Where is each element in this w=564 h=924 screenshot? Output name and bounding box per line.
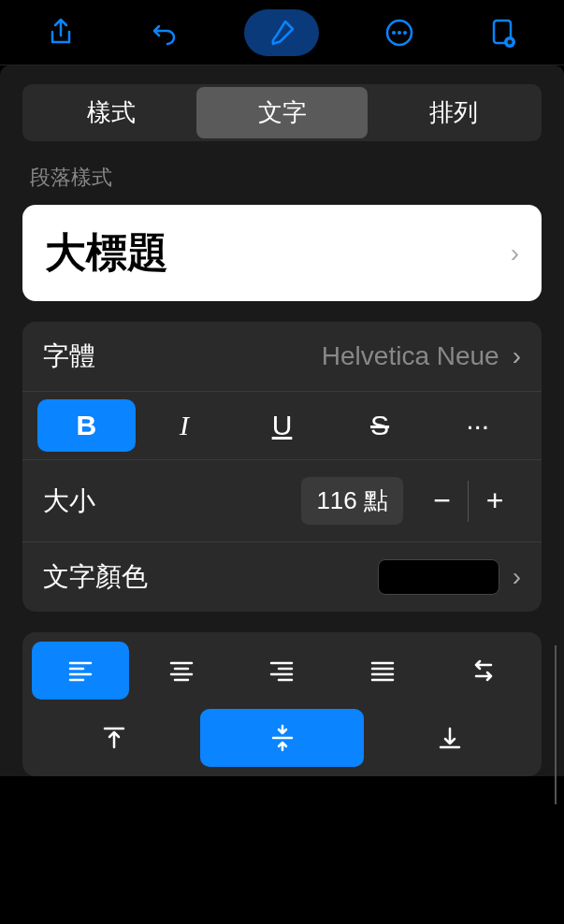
align-right-button[interactable] (234, 642, 331, 700)
more-icon (384, 18, 414, 48)
align-top-icon (99, 723, 129, 753)
font-group: 字體 Helvetica Neue › B I U S ··· 大小 116 點… (22, 322, 542, 612)
align-bottom-icon (435, 723, 465, 753)
document-button[interactable] (480, 9, 527, 56)
vertical-align-row (32, 709, 532, 767)
format-button[interactable] (244, 9, 319, 56)
undo-icon (150, 18, 180, 48)
align-middle-icon (268, 723, 297, 753)
size-value[interactable]: 116 點 (301, 477, 403, 525)
bold-button[interactable]: B (37, 399, 136, 452)
document-icon (488, 18, 518, 48)
underline-button[interactable]: U (233, 399, 331, 452)
svg-point-1 (392, 31, 396, 35)
align-center-icon (166, 656, 196, 686)
chevron-right-icon: › (513, 562, 521, 592)
text-color-label: 文字顏色 (43, 559, 148, 595)
chevron-right-icon: › (513, 341, 521, 371)
align-left-icon (65, 656, 95, 686)
size-label: 大小 (43, 484, 95, 519)
format-panel: 樣式 文字 排列 段落樣式 大標題 › 字體 Helvetica Neue › … (0, 65, 564, 776)
share-button[interactable] (37, 9, 84, 56)
paragraph-style-value: 大標題 (45, 225, 168, 281)
size-increase-button[interactable]: + (469, 481, 521, 522)
size-stepper: − + (416, 481, 521, 522)
color-swatch (378, 559, 499, 595)
alignment-group (22, 632, 542, 776)
share-icon (46, 18, 76, 48)
panel-tabs: 樣式 文字 排列 (22, 84, 542, 141)
more-button[interactable] (376, 9, 423, 56)
font-row[interactable]: 字體 Helvetica Neue › (22, 322, 542, 391)
align-top-button[interactable] (32, 709, 196, 767)
top-toolbar (0, 0, 564, 65)
align-left-button[interactable] (32, 642, 129, 700)
text-direction-icon (469, 656, 499, 686)
align-middle-button[interactable] (200, 709, 365, 767)
paintbrush-icon (267, 18, 296, 48)
text-color-row[interactable]: 文字顏色 › (22, 541, 542, 612)
align-justify-icon (368, 656, 398, 686)
chevron-right-icon: › (511, 238, 519, 268)
italic-button[interactable]: I (136, 399, 234, 452)
svg-point-2 (398, 31, 401, 35)
size-decrease-button[interactable]: − (416, 481, 469, 522)
svg-point-3 (403, 31, 407, 35)
strikethrough-button[interactable]: S (331, 399, 429, 452)
undo-button[interactable] (141, 9, 188, 56)
align-justify-button[interactable] (334, 642, 431, 700)
paragraph-style-selector[interactable]: 大標題 › (22, 205, 542, 301)
tab-style[interactable]: 樣式 (25, 87, 196, 138)
text-direction-button[interactable] (435, 642, 532, 700)
paragraph-style-label: 段落樣式 (30, 164, 534, 192)
tab-text[interactable]: 文字 (196, 87, 368, 138)
tab-arrange[interactable]: 排列 (368, 87, 539, 138)
horizontal-align-row (32, 642, 532, 700)
more-format-button[interactable]: ··· (428, 399, 527, 452)
size-row: 大小 116 點 − + (22, 459, 542, 541)
text-format-row: B I U S ··· (22, 391, 542, 459)
align-bottom-button[interactable] (368, 709, 532, 767)
align-right-icon (267, 656, 296, 686)
svg-point-6 (507, 39, 512, 44)
font-label: 字體 (43, 339, 95, 374)
scroll-indicator (555, 645, 557, 804)
align-center-button[interactable] (133, 642, 230, 700)
font-value: Helvetica Neue (322, 341, 499, 371)
